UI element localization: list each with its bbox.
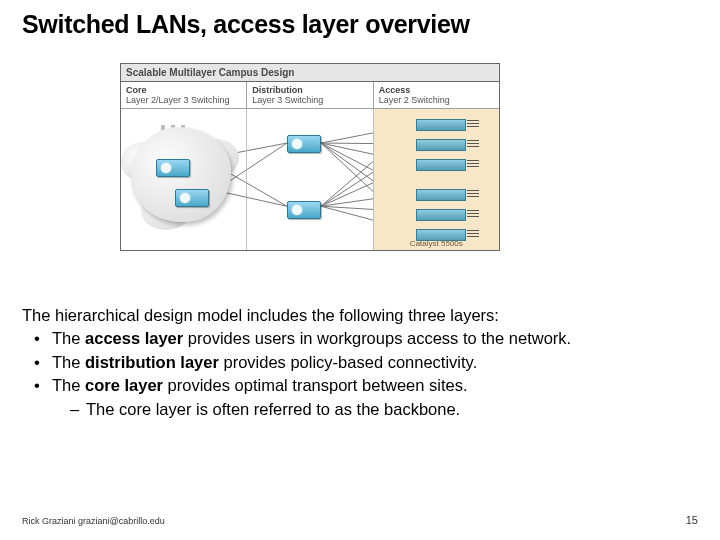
distribution-switch-icon [287, 135, 321, 153]
core-switch-icon [175, 189, 209, 207]
diagram-column-headers: Core Layer 2/Layer 3 Switching Distribut… [121, 82, 499, 109]
footer-author: Rick Graziani graziani@cabrillo.edu [22, 516, 165, 526]
bullet-distribution: The distribution layer provides policy-b… [34, 352, 698, 373]
col-header-access: Access Layer 2 Switching [373, 82, 499, 108]
col-core [121, 109, 246, 250]
body-text: The hierarchical design model includes t… [22, 305, 698, 422]
access-switch-icon [416, 139, 466, 151]
core-switch-icon [156, 159, 190, 177]
footer-page-number: 15 [686, 514, 698, 526]
access-switch-icon [416, 189, 466, 201]
intro-line: The hierarchical design model includes t… [22, 305, 698, 326]
page-title: Switched LANs, access layer overview [0, 0, 720, 43]
bullet-access: The access layer provides users in workg… [34, 328, 698, 349]
diagram-body: Catalyst 5500s [121, 109, 499, 250]
core-cloud-icon [131, 127, 231, 222]
bullet-core: The core layer provides optimal transpor… [34, 375, 698, 420]
access-switch-icon [416, 119, 466, 131]
access-switch-icon [416, 209, 466, 221]
col-header-core: Core Layer 2/Layer 3 Switching [121, 82, 246, 108]
col-distribution [246, 109, 372, 250]
col-header-distribution: Distribution Layer 3 Switching [246, 82, 372, 108]
diagram-title: Scalable Multilayer Campus Design [121, 64, 499, 82]
access-caption: Catalyst 5500s [374, 239, 499, 248]
sub-bullet-backbone: The core layer is often referred to as t… [70, 399, 698, 420]
network-diagram: Scalable Multilayer Campus Design Core L… [120, 63, 500, 251]
col-access: Catalyst 5500s [373, 109, 499, 250]
distribution-switch-icon [287, 201, 321, 219]
access-switch-icon [416, 159, 466, 171]
